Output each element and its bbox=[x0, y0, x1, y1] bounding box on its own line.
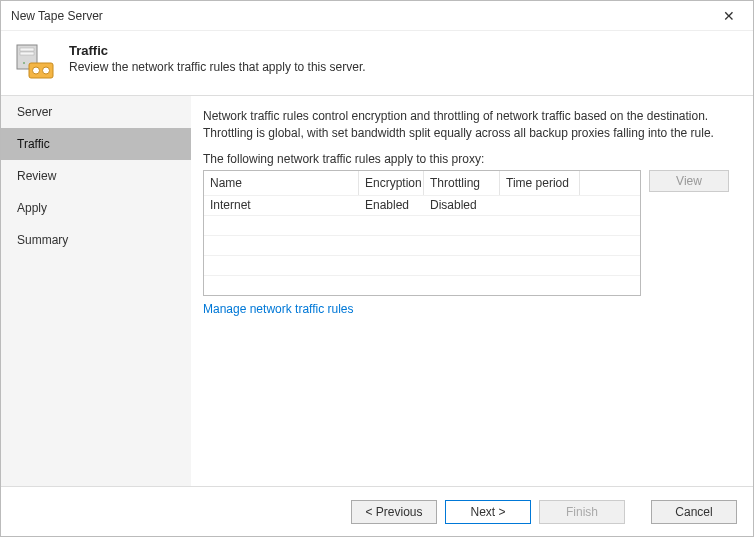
sidebar-item-apply[interactable]: Apply bbox=[1, 192, 191, 224]
window-title: New Tape Server bbox=[11, 9, 103, 23]
sidebar-item-label: Apply bbox=[17, 201, 47, 215]
tape-server-icon bbox=[15, 41, 55, 81]
footer: < Previous Next > Finish Cancel bbox=[1, 486, 753, 536]
table-row-empty bbox=[204, 255, 640, 275]
finish-button: Finish bbox=[539, 500, 625, 524]
svg-point-6 bbox=[43, 67, 50, 74]
table-row-empty bbox=[204, 235, 640, 255]
sidebar-item-label: Summary bbox=[17, 233, 68, 247]
cell-encryption: Enabled bbox=[359, 198, 424, 212]
sidebar-item-traffic[interactable]: Traffic bbox=[1, 128, 191, 160]
svg-rect-1 bbox=[20, 48, 34, 51]
cell-throttling: Disabled bbox=[424, 198, 500, 212]
svg-point-5 bbox=[33, 67, 40, 74]
table-row-empty bbox=[204, 275, 640, 295]
next-button[interactable]: Next > bbox=[445, 500, 531, 524]
cancel-button[interactable]: Cancel bbox=[651, 500, 737, 524]
column-header-throttling[interactable]: Throttling bbox=[424, 171, 500, 195]
sidebar-item-label: Server bbox=[17, 105, 52, 119]
manage-traffic-rules-link[interactable]: Manage network traffic rules bbox=[203, 302, 354, 316]
table-row-empty bbox=[204, 215, 640, 235]
table-header-row: Name Encryption Throttling Time period bbox=[204, 171, 640, 195]
column-header-encryption[interactable]: Encryption bbox=[359, 171, 424, 195]
traffic-rules-table[interactable]: Name Encryption Throttling Time period I… bbox=[203, 170, 641, 296]
table-row[interactable]: Internet Enabled Disabled bbox=[204, 195, 640, 215]
sidebar-item-review[interactable]: Review bbox=[1, 160, 191, 192]
page-title: Traffic bbox=[69, 43, 366, 58]
table-body: Internet Enabled Disabled bbox=[204, 195, 640, 295]
wizard-window: New Tape Server ✕ Traffic Review the net… bbox=[0, 0, 754, 537]
sidebar-item-label: Review bbox=[17, 169, 56, 183]
description-text: Network traffic rules control encryption… bbox=[203, 108, 737, 142]
list-label: The following network traffic rules appl… bbox=[203, 152, 737, 166]
cell-name: Internet bbox=[204, 198, 359, 212]
header-text: Traffic Review the network traffic rules… bbox=[69, 41, 366, 74]
previous-button[interactable]: < Previous bbox=[351, 500, 437, 524]
main-panel: Network traffic rules control encryption… bbox=[191, 95, 753, 486]
page-subtitle: Review the network traffic rules that ap… bbox=[69, 60, 366, 74]
table-and-button: Name Encryption Throttling Time period I… bbox=[203, 170, 737, 296]
svg-rect-2 bbox=[20, 52, 34, 55]
sidebar-item-label: Traffic bbox=[17, 137, 50, 151]
view-button: View bbox=[649, 170, 729, 192]
column-header-time-period[interactable]: Time period bbox=[500, 171, 580, 195]
sidebar-item-server[interactable]: Server bbox=[1, 96, 191, 128]
svg-point-3 bbox=[23, 62, 25, 64]
sidebar-item-summary[interactable]: Summary bbox=[1, 224, 191, 256]
sidebar: Server Traffic Review Apply Summary bbox=[1, 95, 191, 486]
column-header-name[interactable]: Name bbox=[204, 171, 359, 195]
titlebar: New Tape Server ✕ bbox=[1, 1, 753, 31]
header: Traffic Review the network traffic rules… bbox=[1, 31, 753, 95]
content-area: Server Traffic Review Apply Summary Netw… bbox=[1, 95, 753, 486]
column-header-spacer bbox=[580, 171, 640, 195]
close-icon[interactable]: ✕ bbox=[715, 6, 743, 26]
